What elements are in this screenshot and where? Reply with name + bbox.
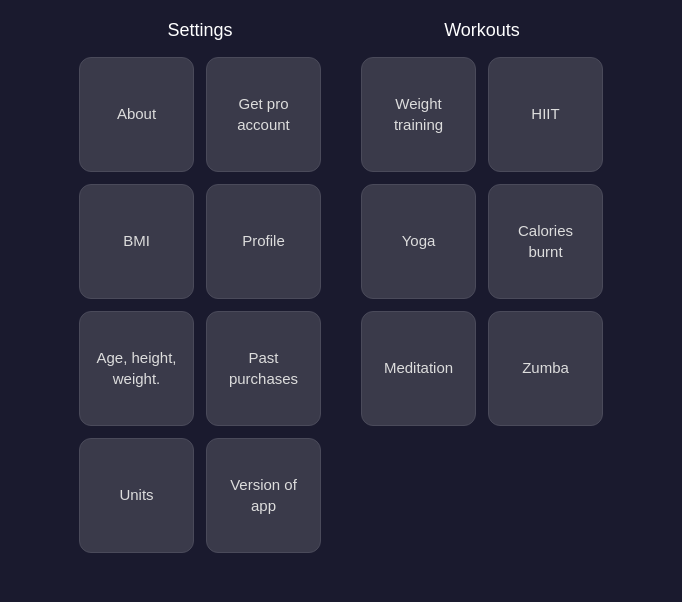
tile-yoga[interactable]: Yoga: [361, 184, 476, 299]
tile-calories-burnt[interactable]: Calories burnt: [488, 184, 603, 299]
tile-meditation[interactable]: Meditation: [361, 311, 476, 426]
grid-workouts: Weight trainingHIITYogaCalories burntMed…: [361, 57, 603, 426]
tile-zumba[interactable]: Zumba: [488, 311, 603, 426]
tile-hiit[interactable]: HIIT: [488, 57, 603, 172]
tile-about[interactable]: About: [79, 57, 194, 172]
section-title-workouts: Workouts: [444, 20, 520, 41]
tile-get-pro-account[interactable]: Get pro account: [206, 57, 321, 172]
tile-bmi[interactable]: BMI: [79, 184, 194, 299]
section-settings: SettingsAboutGet pro accountBMIProfileAg…: [79, 20, 321, 553]
tile-past-purchases[interactable]: Past purchases: [206, 311, 321, 426]
tile-age-height-weight[interactable]: Age, height, weight.: [79, 311, 194, 426]
grid-settings: AboutGet pro accountBMIProfileAge, heigh…: [79, 57, 321, 553]
section-workouts: WorkoutsWeight trainingHIITYogaCalories …: [361, 20, 603, 553]
tile-weight-training[interactable]: Weight training: [361, 57, 476, 172]
tile-version-of-app[interactable]: Version of app: [206, 438, 321, 553]
section-title-settings: Settings: [167, 20, 232, 41]
tile-units[interactable]: Units: [79, 438, 194, 553]
page-container: SettingsAboutGet pro accountBMIProfileAg…: [20, 20, 662, 553]
tile-profile[interactable]: Profile: [206, 184, 321, 299]
